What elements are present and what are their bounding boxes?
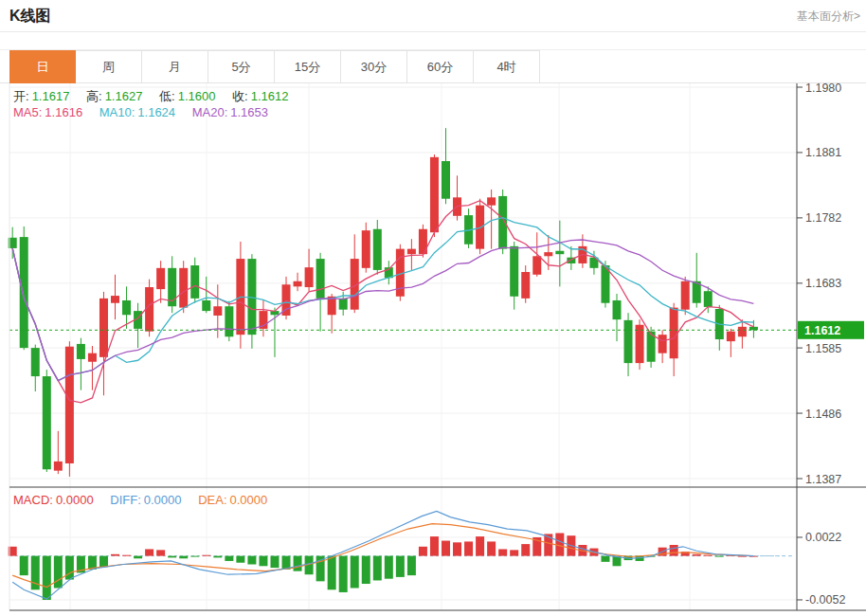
ma5-label: MA5: [13, 105, 42, 119]
candle-body [498, 196, 507, 249]
macd-hist-bar [487, 541, 496, 555]
macd-hist-bar [453, 542, 461, 555]
diff-label: DIFF: [110, 493, 141, 507]
candle-body [31, 348, 40, 376]
y-axis-label: 1.1881 [805, 146, 841, 159]
high-value: 1.1627 [105, 89, 143, 103]
ohlc-legend: 开:1.1617 高:1.1627 低:1.1600 收:1.1612 [13, 88, 291, 105]
open-value: 1.1617 [32, 89, 70, 103]
macd-hist-bar [351, 556, 359, 589]
candle-body [373, 229, 382, 270]
ma5-value: 1.1616 [45, 105, 82, 119]
current-price-tag-value: 1.1612 [804, 324, 840, 337]
close-value: 1.1612 [251, 89, 289, 103]
macd-hist-bar [179, 556, 188, 559]
macd-hist-bar [43, 556, 51, 600]
candle-body [487, 197, 496, 205]
macd-hist-bar [294, 556, 302, 571]
macd-legend: MACD:0.0000 DIFF:0.0000 DEA:0.0000 [13, 493, 270, 507]
candle-body [727, 332, 735, 341]
macd-hist-bar [430, 536, 439, 556]
y-axis-label: 1.1486 [805, 408, 841, 421]
candle-body [65, 347, 74, 463]
macd-hist-bar [225, 556, 233, 561]
candle-body [247, 259, 256, 335]
y-axis-label: 1.1387 [805, 473, 841, 486]
y-axis-label: -0.0052 [805, 593, 845, 607]
candle-body [294, 281, 302, 287]
macd-hist-bar [464, 541, 473, 555]
candle-body [339, 299, 348, 310]
candle-body [521, 272, 530, 299]
macd-hist-bar [396, 556, 405, 577]
macd-hist-bar [65, 556, 74, 580]
diff-value: 0.0000 [144, 493, 182, 507]
macd-hist-bar [419, 547, 427, 556]
ma20-label: MA20: [192, 105, 228, 119]
candle-body [179, 268, 188, 308]
macd-hist-bar [168, 556, 176, 558]
candle-body [316, 259, 325, 299]
macd-hist-bar [362, 556, 370, 584]
candle-body [624, 320, 633, 363]
y-axis-label: 0.0022 [805, 531, 841, 544]
macd-hist-bar [134, 556, 142, 559]
kline-page: K线图 基本面分析> 日周月5分15分30分60分4时 1.19801.1881… [0, 0, 866, 616]
macd-hist-bar [236, 556, 244, 563]
low-label: 低: [159, 89, 175, 103]
macd-value: 0.0000 [56, 493, 94, 507]
candle-body [77, 344, 85, 359]
candle-body [54, 462, 63, 471]
candle-body [20, 237, 28, 348]
macd-hist-bar [54, 556, 63, 589]
candle-body [213, 306, 222, 316]
ma10-label: MA10: [99, 105, 135, 119]
y-axis-label: 1.1980 [805, 82, 841, 95]
macd-hist-bar [202, 555, 210, 556]
high-label: 高: [86, 89, 102, 103]
macd-hist-bar [259, 556, 267, 567]
candle-body [544, 252, 552, 256]
macd-hist-bar [145, 549, 153, 555]
macd-hist-bar [99, 556, 108, 568]
macd-hist-bar [328, 556, 336, 590]
ma20-value: 1.1653 [230, 105, 268, 119]
macd-label: MACD: [13, 493, 53, 507]
y-axis-label: 1.1585 [805, 342, 841, 355]
macd-hist-bar [270, 556, 279, 568]
candle-body [659, 335, 667, 353]
macd-hist-bar [704, 555, 713, 556]
candle-body [111, 296, 119, 303]
candle-body [99, 299, 108, 357]
macd-hist-bar [442, 541, 450, 556]
dea-label: DEA: [198, 493, 226, 507]
ma10-value: 1.1624 [137, 105, 175, 119]
candle-body [738, 327, 747, 336]
candle-body [305, 267, 314, 287]
candle-body [681, 281, 690, 310]
dea-value: 0.0000 [230, 493, 268, 507]
macd-hist-bar [190, 556, 199, 557]
candle-body [88, 353, 97, 362]
macd-hist-bar [247, 556, 256, 565]
candle-body [532, 256, 541, 275]
macd-hist-bar [407, 556, 416, 576]
macd-hist-bar [111, 554, 119, 556]
candle-body [202, 300, 210, 311]
candle-body [749, 327, 758, 330]
macd-hist-bar [385, 556, 393, 579]
open-label: 开: [13, 89, 29, 103]
macd-hist-bar [601, 556, 609, 562]
candle-body [156, 268, 165, 289]
macd-hist-bar [510, 550, 518, 555]
candle-body [442, 161, 450, 199]
candle-body [510, 246, 518, 297]
candle-body [407, 249, 416, 255]
macd-hist-bar [715, 556, 724, 557]
macd-hist-bar [521, 544, 530, 555]
y-axis-label: 1.1683 [805, 277, 841, 290]
macd-hist-bar [122, 555, 131, 556]
macd-hist-bar [156, 550, 165, 555]
candle-body [704, 291, 713, 307]
candle-body [362, 230, 370, 268]
